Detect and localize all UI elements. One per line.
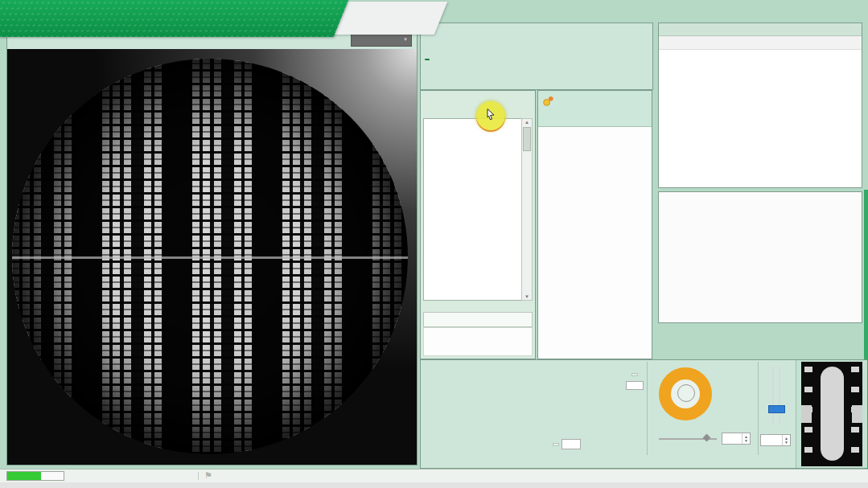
template-label[interactable] [423, 312, 533, 327]
sco-badge [425, 59, 430, 60]
field-of-view-circle [12, 59, 408, 454]
feature-list [423, 118, 522, 301]
z-speed-label [631, 373, 638, 376]
app-window: ▼ ▲ ▼ [0, 0, 868, 482]
status-bar: ⚑ [0, 469, 868, 482]
template-slot [821, 367, 844, 461]
light-value-spinner[interactable]: ▲▼ [722, 433, 751, 445]
results-table [659, 36, 862, 50]
flag-icon[interactable]: ⚑ [204, 470, 212, 481]
results-panel [658, 23, 862, 188]
z-speed-input[interactable] [626, 381, 644, 390]
camera-view-panel: ▼ [6, 29, 418, 465]
speed-label [553, 443, 559, 446]
params-header [538, 91, 652, 127]
image-select-dropdown[interactable]: ▼ [351, 33, 412, 47]
exposure-slider-handle[interactable] [768, 405, 785, 413]
scroll-down-icon[interactable]: ▼ [522, 294, 532, 299]
camera-toolbar: ▼ [7, 30, 417, 50]
template-match-icon [542, 95, 554, 107]
dropdown-arrow-icon: ▼ [403, 37, 408, 42]
light-slider-handle[interactable] [703, 434, 711, 442]
scroll-thumb[interactable] [523, 127, 531, 151]
feature-tree-panel: ▲ ▼ [420, 90, 536, 359]
exposure-slider-track [772, 367, 774, 424]
scroll-up-icon[interactable]: ▲ [522, 120, 532, 125]
progress-bar [6, 471, 64, 481]
bottom-control-dock: ▲▼ ▲▼ [420, 359, 866, 469]
camera-image[interactable] [7, 49, 417, 465]
template-preview-panel [796, 360, 867, 468]
dock-separator [758, 362, 759, 455]
dock-separator [647, 362, 648, 455]
coaxial-light-circle [677, 384, 695, 402]
z-jog-column [623, 365, 646, 392]
camera-trajectory-panel [658, 191, 862, 323]
trajectory-title [659, 192, 862, 203]
template-preview-image [801, 362, 862, 466]
exposure-value-spinner[interactable]: ▲▼ [760, 434, 791, 446]
template-tab [801, 405, 812, 423]
speed-input[interactable] [562, 439, 581, 449]
tree-scrollbar[interactable]: ▲ ▼ [521, 118, 533, 301]
ring-light-indicator[interactable] [659, 367, 712, 420]
leadframe-rail [12, 256, 408, 259]
template-preview-area [423, 327, 533, 356]
parameters-panel [537, 90, 652, 359]
exposure-slider-track [779, 367, 780, 424]
template-tab [852, 405, 862, 423]
mouse-cursor-highlight [476, 101, 505, 130]
status-separator [198, 472, 199, 480]
measure-tools-panel [420, 23, 653, 90]
